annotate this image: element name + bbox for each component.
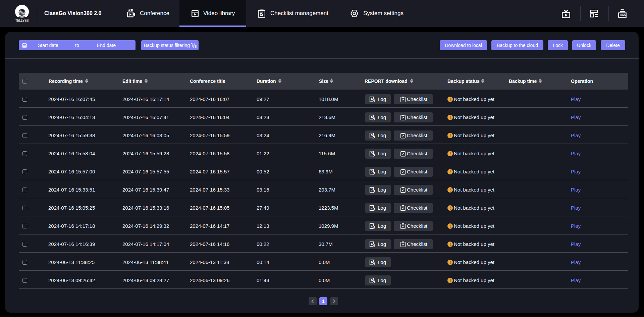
svg-text:TELLYES: TELLYES <box>15 18 29 22</box>
